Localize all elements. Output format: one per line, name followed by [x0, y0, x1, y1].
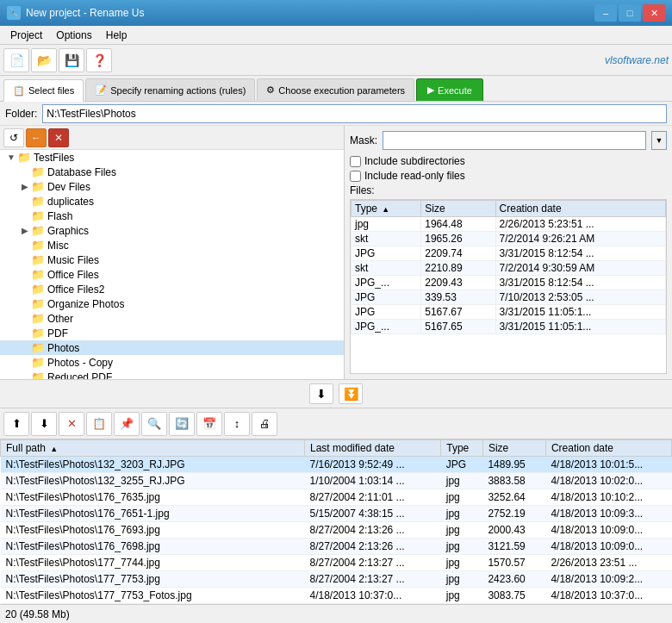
help-button[interactable]: ❓ — [86, 48, 112, 72]
results-col-size[interactable]: Size — [482, 440, 545, 457]
table-row[interactable]: N:\TestFiles\Photos\176_7651-1.jpg 5/15/… — [1, 506, 672, 522]
result-type: jpg — [441, 571, 483, 588]
tree-item[interactable]: 📁 Other — [0, 311, 344, 326]
tab-execution-params[interactable]: ⚙ Choose execution parameters — [257, 78, 414, 101]
table-row[interactable]: skt 1965.26 7/2/2014 9:26:21 AM — [352, 232, 666, 246]
results-col-creation[interactable]: Creation date — [545, 440, 671, 457]
table-row[interactable]: N:\TestFiles\Photos\177_7753.jpg 8/27/20… — [1, 571, 672, 588]
minimize-button[interactable]: – — [594, 4, 617, 22]
delete-button[interactable]: ✕ — [59, 412, 84, 436]
tree-refresh-button[interactable]: ↺ — [3, 128, 24, 147]
folder-icon: 📁 — [31, 327, 45, 340]
tree-item[interactable]: 📁 Office Files2 — [0, 282, 344, 296]
table-row[interactable]: jpg 1964.48 2/26/2013 5:23:51 ... — [352, 217, 666, 232]
file-creation: 7/2/2014 9:30:59 AM — [495, 261, 665, 276]
tree-item[interactable]: 📁 Office Files — [0, 267, 344, 282]
file-tree[interactable]: ▼ 📁 TestFiles 📁 Database Files ▶ 📁 Dev F… — [0, 150, 344, 379]
tree-item[interactable]: ▶ 📁 Dev Files — [0, 179, 344, 194]
tree-item[interactable]: 📁 Music Files — [0, 252, 344, 267]
files-label: Files: — [350, 184, 667, 196]
col-creation-header[interactable]: Creation date — [495, 201, 665, 217]
menu-project[interactable]: Project — [3, 28, 49, 43]
table-row[interactable]: skt 2210.89 7/2/2014 9:30:59 AM — [352, 261, 666, 276]
tree-toolbar: ↺ ← ✕ — [0, 126, 344, 150]
file-type: jpg — [352, 217, 421, 232]
open-button[interactable]: 📂 — [31, 48, 57, 72]
tab-execute[interactable]: ▶ Execute — [416, 78, 483, 101]
table-row[interactable]: N:\TestFiles\Photos\132_3203_RJ.JPG 7/16… — [1, 457, 672, 473]
calendar-button[interactable]: 📅 — [196, 412, 222, 436]
tree-item-label: Organize Photos — [47, 298, 124, 310]
file-type: JPG_... — [352, 320, 421, 334]
maximize-button[interactable]: □ — [619, 4, 641, 22]
scroll-down-more-button[interactable]: ⏬ — [339, 383, 363, 404]
result-path: N:\TestFiles\Photos\177_7753_Fotos.jpg — [1, 588, 305, 604]
paste-button[interactable]: 📌 — [114, 412, 140, 436]
table-row[interactable]: N:\TestFiles\Photos\132_3255_RJ.JPG 1/10… — [1, 473, 672, 489]
result-path: N:\TestFiles\Photos\176_7635.jpg — [1, 489, 305, 506]
table-row[interactable]: JPG_... 2209.43 3/31/2015 8:12:54 ... — [352, 276, 666, 290]
new-project-button[interactable]: 📄 — [3, 48, 29, 72]
tree-item[interactable]: 📁 Organize Photos — [0, 296, 344, 311]
scroll-down-button[interactable]: ⬇ — [309, 383, 333, 404]
sort-button[interactable]: ↕ — [224, 412, 250, 436]
table-row[interactable]: JPG 2209.74 3/31/2015 8:12:54 ... — [352, 246, 666, 261]
table-row[interactable]: JPG_... 5167.65 3/31/2015 11:05:1... — [352, 320, 666, 334]
results-col-fullpath[interactable]: Full path ▲ — [1, 440, 305, 457]
tree-item[interactable]: 📁 Flash — [0, 209, 344, 223]
menu-options[interactable]: Options — [49, 28, 98, 43]
results-col-modified[interactable]: Last modified date — [304, 440, 440, 457]
tree-item[interactable]: 📁 PDF — [0, 326, 344, 340]
tree-up-button[interactable]: ← — [26, 128, 47, 147]
include-readonly-checkbox[interactable] — [350, 171, 361, 182]
move-up-button[interactable]: ⬆ — [3, 412, 29, 436]
tree-item[interactable]: 📁 Photos - Copy — [0, 355, 344, 370]
table-row[interactable]: JPG 5167.67 3/31/2015 11:05:1... — [352, 305, 666, 320]
copy-button[interactable]: 📋 — [86, 412, 112, 436]
tree-root[interactable]: ▼ 📁 TestFiles — [0, 150, 344, 165]
col-size-header[interactable]: Size — [421, 201, 495, 217]
tree-item[interactable]: 📁 Photos — [0, 340, 344, 355]
results-col-type[interactable]: Type — [441, 440, 483, 457]
result-creation: 4/18/2013 10:37:0... — [545, 588, 671, 604]
close-button[interactable]: ✕ — [643, 4, 665, 22]
table-row[interactable]: N:\TestFiles\Photos\177_7753_Fotos.jpg 4… — [1, 588, 672, 604]
folder-input[interactable] — [42, 104, 667, 123]
tab-params-label: Choose execution parameters — [278, 85, 405, 96]
include-subdirs-checkbox[interactable] — [350, 156, 361, 167]
table-row[interactable]: JPG 339.53 7/10/2013 2:53:05 ... — [352, 290, 666, 305]
tree-item[interactable]: 📁 Reduced PDF — [0, 370, 344, 379]
folder-icon: 📁 — [31, 312, 45, 325]
table-row[interactable]: N:\TestFiles\Photos\177_7744.jpg 8/27/20… — [1, 555, 672, 571]
col-type-header[interactable]: Type ▲ — [352, 201, 421, 217]
menu-help[interactable]: Help — [99, 28, 134, 43]
bottom-toolbar: ⬆ ⬇ ✕ 📋 📌 🔍 🔄 📅 ↕ 🖨 — [0, 408, 672, 439]
print-button[interactable]: 🖨 — [252, 412, 277, 436]
mask-input[interactable] — [383, 131, 646, 150]
search-button[interactable]: 🔍 — [141, 412, 167, 436]
result-creation: 2/26/2013 23:51 ... — [545, 555, 671, 571]
result-path: N:\TestFiles\Photos\176_7698.jpg — [1, 539, 305, 555]
save-button[interactable]: 💾 — [59, 48, 84, 72]
tree-item[interactable]: 📁 Database Files — [0, 165, 344, 179]
tree-item[interactable]: 📁 duplicates — [0, 194, 344, 209]
table-row[interactable]: N:\TestFiles\Photos\176_7635.jpg 8/27/20… — [1, 489, 672, 506]
result-size: 3121.59 — [482, 539, 545, 555]
refresh-button[interactable]: 🔄 — [169, 412, 195, 436]
tab-select-files[interactable]: 📋 Select files — [3, 79, 84, 102]
tree-remove-button[interactable]: ✕ — [48, 128, 69, 147]
result-creation: 4/18/2013 10:09:0... — [545, 522, 671, 539]
table-row[interactable]: N:\TestFiles\Photos\176_7698.jpg 8/27/20… — [1, 539, 672, 555]
file-creation: 3/31/2015 8:12:54 ... — [495, 276, 665, 290]
tree-item[interactable]: 📁 Misc — [0, 238, 344, 252]
include-readonly-label: Include read-only files — [364, 170, 465, 182]
mask-dropdown[interactable]: ▼ — [651, 131, 667, 150]
tree-item-label: Office Files2 — [47, 283, 104, 296]
move-down-button[interactable]: ⬇ — [31, 412, 57, 436]
table-row[interactable]: N:\TestFiles\Photos\176_7693.jpg 8/27/20… — [1, 522, 672, 539]
tree-item[interactable]: ▶ 📁 Graphics — [0, 223, 344, 238]
tab-select-files-label: Select files — [28, 85, 74, 96]
files-table-container[interactable]: Type ▲ Size Creation date jpg 1964.48 2/… — [350, 199, 667, 374]
results-container[interactable]: Full path ▲ Last modified date Type Size… — [0, 439, 672, 604]
tab-renaming-actions[interactable]: 📝 Specify renaming actions (rules) — [85, 78, 255, 101]
